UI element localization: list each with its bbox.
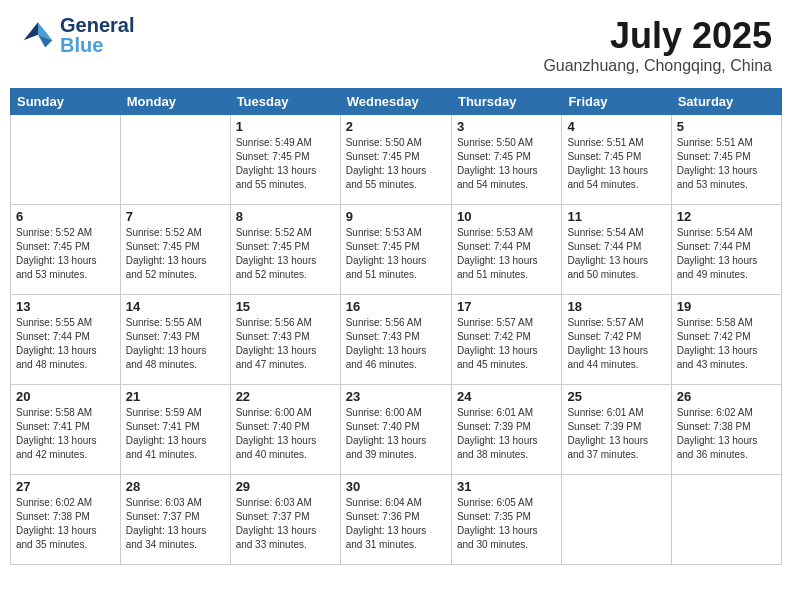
calendar-cell: 21Sunrise: 5:59 AM Sunset: 7:41 PM Dayli… (120, 385, 230, 475)
calendar-cell: 4Sunrise: 5:51 AM Sunset: 7:45 PM Daylig… (562, 115, 671, 205)
day-info: Sunrise: 6:02 AM Sunset: 7:38 PM Dayligh… (677, 406, 776, 462)
calendar-cell: 29Sunrise: 6:03 AM Sunset: 7:37 PM Dayli… (230, 475, 340, 565)
calendar-cell: 23Sunrise: 6:00 AM Sunset: 7:40 PM Dayli… (340, 385, 451, 475)
calendar-cell: 10Sunrise: 5:53 AM Sunset: 7:44 PM Dayli… (451, 205, 561, 295)
calendar-cell (562, 475, 671, 565)
day-info: Sunrise: 5:56 AM Sunset: 7:43 PM Dayligh… (346, 316, 446, 372)
weekday-header-tuesday: Tuesday (230, 89, 340, 115)
day-info: Sunrise: 5:51 AM Sunset: 7:45 PM Dayligh… (677, 136, 776, 192)
calendar-cell: 2Sunrise: 5:50 AM Sunset: 7:45 PM Daylig… (340, 115, 451, 205)
logo-icon (20, 15, 56, 55)
day-info: Sunrise: 5:54 AM Sunset: 7:44 PM Dayligh… (567, 226, 665, 282)
day-info: Sunrise: 5:51 AM Sunset: 7:45 PM Dayligh… (567, 136, 665, 192)
logo-blue-text: Blue (60, 35, 134, 55)
day-info: Sunrise: 5:55 AM Sunset: 7:44 PM Dayligh… (16, 316, 115, 372)
day-number: 11 (567, 209, 665, 224)
day-info: Sunrise: 5:59 AM Sunset: 7:41 PM Dayligh… (126, 406, 225, 462)
day-number: 26 (677, 389, 776, 404)
day-info: Sunrise: 5:50 AM Sunset: 7:45 PM Dayligh… (457, 136, 556, 192)
day-info: Sunrise: 6:03 AM Sunset: 7:37 PM Dayligh… (126, 496, 225, 552)
calendar-cell: 3Sunrise: 5:50 AM Sunset: 7:45 PM Daylig… (451, 115, 561, 205)
day-info: Sunrise: 6:00 AM Sunset: 7:40 PM Dayligh… (346, 406, 446, 462)
day-number: 16 (346, 299, 446, 314)
calendar-cell: 17Sunrise: 5:57 AM Sunset: 7:42 PM Dayli… (451, 295, 561, 385)
calendar-cell: 25Sunrise: 6:01 AM Sunset: 7:39 PM Dayli… (562, 385, 671, 475)
day-info: Sunrise: 5:52 AM Sunset: 7:45 PM Dayligh… (16, 226, 115, 282)
calendar-cell: 5Sunrise: 5:51 AM Sunset: 7:45 PM Daylig… (671, 115, 781, 205)
calendar-header: SundayMondayTuesdayWednesdayThursdayFrid… (11, 89, 782, 115)
calendar-cell: 6Sunrise: 5:52 AM Sunset: 7:45 PM Daylig… (11, 205, 121, 295)
day-number: 27 (16, 479, 115, 494)
calendar-cell: 16Sunrise: 5:56 AM Sunset: 7:43 PM Dayli… (340, 295, 451, 385)
day-number: 19 (677, 299, 776, 314)
calendar-cell (120, 115, 230, 205)
day-info: Sunrise: 5:52 AM Sunset: 7:45 PM Dayligh… (236, 226, 335, 282)
day-number: 4 (567, 119, 665, 134)
day-info: Sunrise: 5:57 AM Sunset: 7:42 PM Dayligh… (457, 316, 556, 372)
calendar-week-2: 6Sunrise: 5:52 AM Sunset: 7:45 PM Daylig… (11, 205, 782, 295)
weekday-header-saturday: Saturday (671, 89, 781, 115)
calendar-cell: 30Sunrise: 6:04 AM Sunset: 7:36 PM Dayli… (340, 475, 451, 565)
day-info: Sunrise: 5:57 AM Sunset: 7:42 PM Dayligh… (567, 316, 665, 372)
calendar-cell: 9Sunrise: 5:53 AM Sunset: 7:45 PM Daylig… (340, 205, 451, 295)
day-info: Sunrise: 5:58 AM Sunset: 7:41 PM Dayligh… (16, 406, 115, 462)
calendar-week-1: 1Sunrise: 5:49 AM Sunset: 7:45 PM Daylig… (11, 115, 782, 205)
day-info: Sunrise: 5:58 AM Sunset: 7:42 PM Dayligh… (677, 316, 776, 372)
calendar-table: SundayMondayTuesdayWednesdayThursdayFrid… (10, 88, 782, 565)
calendar-cell: 15Sunrise: 5:56 AM Sunset: 7:43 PM Dayli… (230, 295, 340, 385)
logo: General Blue (20, 15, 134, 55)
day-number: 22 (236, 389, 335, 404)
day-info: Sunrise: 5:56 AM Sunset: 7:43 PM Dayligh… (236, 316, 335, 372)
calendar-cell: 7Sunrise: 5:52 AM Sunset: 7:45 PM Daylig… (120, 205, 230, 295)
day-info: Sunrise: 6:01 AM Sunset: 7:39 PM Dayligh… (457, 406, 556, 462)
day-number: 10 (457, 209, 556, 224)
calendar-cell: 14Sunrise: 5:55 AM Sunset: 7:43 PM Dayli… (120, 295, 230, 385)
calendar-week-3: 13Sunrise: 5:55 AM Sunset: 7:44 PM Dayli… (11, 295, 782, 385)
day-number: 9 (346, 209, 446, 224)
day-number: 13 (16, 299, 115, 314)
day-number: 30 (346, 479, 446, 494)
day-number: 6 (16, 209, 115, 224)
day-number: 20 (16, 389, 115, 404)
day-number: 14 (126, 299, 225, 314)
day-number: 21 (126, 389, 225, 404)
day-number: 17 (457, 299, 556, 314)
location-subtitle: Guanzhuang, Chongqing, China (543, 57, 772, 75)
weekday-header-monday: Monday (120, 89, 230, 115)
day-number: 2 (346, 119, 446, 134)
weekday-header-row: SundayMondayTuesdayWednesdayThursdayFrid… (11, 89, 782, 115)
weekday-header-friday: Friday (562, 89, 671, 115)
day-number: 1 (236, 119, 335, 134)
calendar-cell: 13Sunrise: 5:55 AM Sunset: 7:44 PM Dayli… (11, 295, 121, 385)
day-number: 7 (126, 209, 225, 224)
day-info: Sunrise: 6:04 AM Sunset: 7:36 PM Dayligh… (346, 496, 446, 552)
page-header: General Blue July 2025 Guanzhuang, Chong… (10, 10, 782, 80)
day-number: 24 (457, 389, 556, 404)
calendar-body: 1Sunrise: 5:49 AM Sunset: 7:45 PM Daylig… (11, 115, 782, 565)
day-number: 31 (457, 479, 556, 494)
calendar-cell: 8Sunrise: 5:52 AM Sunset: 7:45 PM Daylig… (230, 205, 340, 295)
day-info: Sunrise: 6:02 AM Sunset: 7:38 PM Dayligh… (16, 496, 115, 552)
logo-words: General Blue (60, 15, 134, 55)
day-info: Sunrise: 5:54 AM Sunset: 7:44 PM Dayligh… (677, 226, 776, 282)
calendar-cell: 18Sunrise: 5:57 AM Sunset: 7:42 PM Dayli… (562, 295, 671, 385)
calendar-cell: 24Sunrise: 6:01 AM Sunset: 7:39 PM Dayli… (451, 385, 561, 475)
month-title: July 2025 (543, 15, 772, 57)
calendar-cell: 31Sunrise: 6:05 AM Sunset: 7:35 PM Dayli… (451, 475, 561, 565)
day-info: Sunrise: 6:00 AM Sunset: 7:40 PM Dayligh… (236, 406, 335, 462)
calendar-cell: 12Sunrise: 5:54 AM Sunset: 7:44 PM Dayli… (671, 205, 781, 295)
day-info: Sunrise: 5:50 AM Sunset: 7:45 PM Dayligh… (346, 136, 446, 192)
title-block: July 2025 Guanzhuang, Chongqing, China (543, 15, 772, 75)
svg-marker-1 (24, 22, 38, 40)
weekday-header-sunday: Sunday (11, 89, 121, 115)
day-number: 29 (236, 479, 335, 494)
logo-general-text: General (60, 15, 134, 35)
weekday-header-wednesday: Wednesday (340, 89, 451, 115)
calendar-week-4: 20Sunrise: 5:58 AM Sunset: 7:41 PM Dayli… (11, 385, 782, 475)
day-info: Sunrise: 5:55 AM Sunset: 7:43 PM Dayligh… (126, 316, 225, 372)
day-number: 12 (677, 209, 776, 224)
day-number: 23 (346, 389, 446, 404)
day-info: Sunrise: 6:05 AM Sunset: 7:35 PM Dayligh… (457, 496, 556, 552)
day-number: 5 (677, 119, 776, 134)
day-number: 8 (236, 209, 335, 224)
